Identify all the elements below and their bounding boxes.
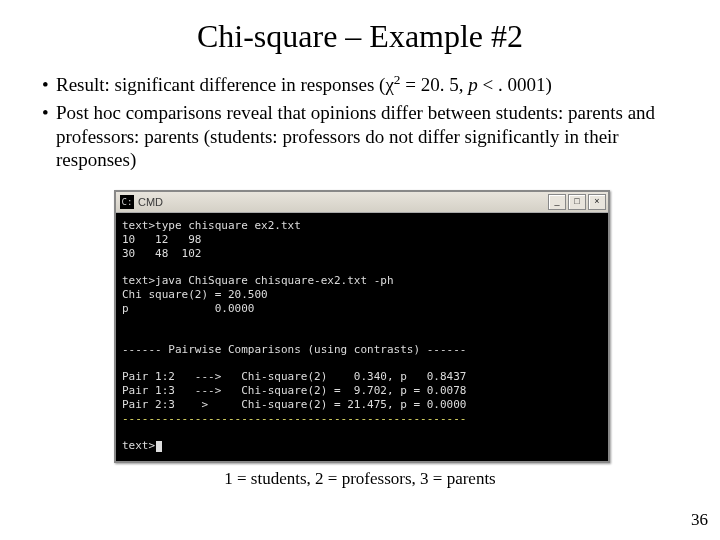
chi-superscript: 2 [394, 72, 401, 87]
term-line-5: Chi square(2) = 20.500 [122, 288, 268, 301]
minimize-button[interactable]: _ [548, 194, 566, 210]
term-line-6: p 0.0000 [122, 302, 254, 315]
page-number: 36 [691, 510, 708, 530]
term-line-0: text>type chisquare ex2.txt [122, 219, 301, 232]
maximize-button[interactable]: □ [568, 194, 586, 210]
terminal-caption: 1 = students, 2 = professors, 3 = parent… [114, 469, 606, 489]
bullet-2: Post hoc comparisons reveal that opinion… [42, 101, 692, 172]
terminal-window: C: CMD _ □ × text>type chisquare ex2.txt… [114, 190, 610, 463]
chi-symbol: χ [385, 74, 393, 95]
term-line-12: Pair 1:3 ---> Chi-square(2) = 9.702, p =… [122, 384, 466, 397]
term-prompt: text> [122, 439, 155, 452]
term-line-9: ------ Pairwise Comparisons (using contr… [122, 343, 466, 356]
page-title: Chi-square – Example #2 [28, 18, 692, 55]
term-line-1: 10 12 98 [122, 233, 201, 246]
term-line-13: Pair 2:3 > Chi-square(2) = 21.475, p = 0… [122, 398, 466, 411]
terminal-title: CMD [138, 196, 548, 208]
bullet-1-pre: Result: significant difference in respon… [56, 74, 385, 95]
term-line-2: 30 48 102 [122, 247, 201, 260]
terminal-titlebar: C: CMD _ □ × [116, 192, 608, 213]
p-symbol: p [468, 74, 478, 95]
bullet-1-mid: = 20. 5, [401, 74, 469, 95]
cursor-icon [156, 441, 162, 452]
bullet-1: Result: significant difference in respon… [42, 73, 692, 97]
term-line-4: text>java ChiSquare chisquare-ex2.txt -p… [122, 274, 394, 287]
bullet-list: Result: significant difference in respon… [28, 73, 692, 172]
terminal-body: text>type chisquare ex2.txt 10 12 98 30 … [116, 213, 608, 461]
term-dashes: ----------------------------------------… [122, 412, 466, 425]
close-button[interactable]: × [588, 194, 606, 210]
term-line-11: Pair 1:2 ---> Chi-square(2) 0.340, p 0.8… [122, 370, 466, 383]
cmd-icon: C: [120, 195, 134, 209]
bullet-1-post: < . 0001) [478, 74, 552, 95]
